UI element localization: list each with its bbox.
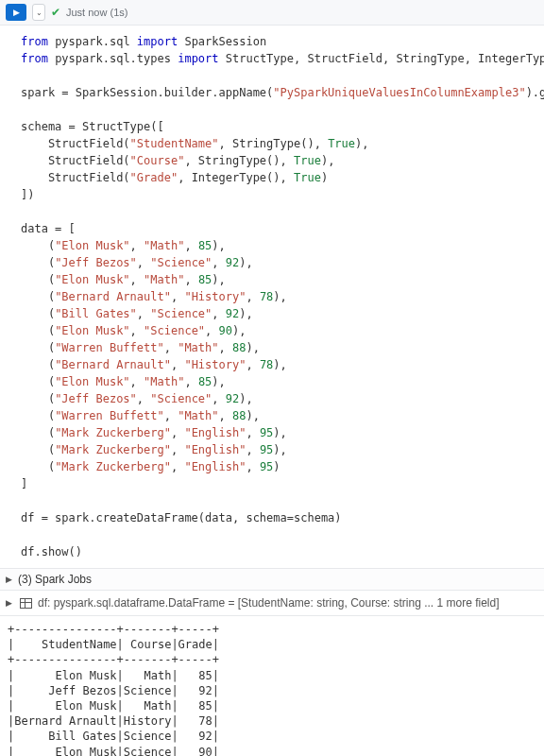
spark-jobs-label: (3) Spark Jobs	[18, 573, 92, 586]
cell-header: ▶ ⌄ ✔ Just now (1s)	[0, 0, 544, 26]
chevron-down-icon: ⌄	[36, 9, 42, 17]
table-icon	[20, 598, 32, 609]
expand-icon: ▶	[6, 598, 14, 608]
status-check-icon: ✔	[51, 6, 60, 19]
run-dropdown[interactable]: ⌄	[32, 4, 45, 21]
dataframe-schema-label: df: pyspark.sql.dataframe.DataFrame = [S…	[38, 596, 500, 610]
spark-jobs-toggle[interactable]: ▶ (3) Spark Jobs	[0, 568, 544, 591]
dataframe-schema-toggle[interactable]: ▶ df: pyspark.sql.dataframe.DataFrame = …	[0, 591, 544, 616]
code-editor[interactable]: from pyspark.sql import SparkSession fro…	[0, 26, 544, 568]
runtime-label: Just now (1s)	[66, 7, 128, 18]
run-button[interactable]: ▶	[6, 4, 26, 21]
output-text: +---------------+-------+-----+ | Studen…	[0, 616, 544, 756]
expand-icon: ▶	[6, 575, 14, 584]
play-icon: ▶	[13, 8, 20, 17]
